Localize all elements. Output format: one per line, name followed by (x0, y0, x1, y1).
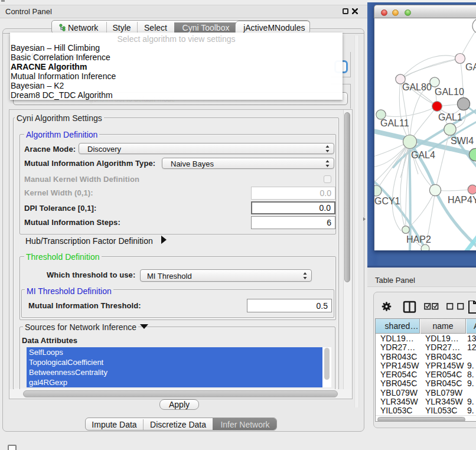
svg-text:GAL4: GAL4 (411, 150, 435, 160)
svg-text:GAL1: GAL1 (438, 112, 462, 122)
svg-text:GAL80: GAL80 (402, 82, 432, 92)
svg-text:Y: Y (472, 195, 476, 205)
svg-text:GCY1: GCY1 (374, 196, 400, 206)
svg-text:HAP4: HAP4 (448, 195, 472, 205)
svg-text:GAL2: GAL2 (465, 62, 476, 72)
svg-text:GAL11: GAL11 (380, 118, 409, 128)
svg-text:HAP2: HAP2 (406, 234, 431, 244)
svg-text:GAL10: GAL10 (435, 87, 464, 97)
svg-text:SWI4: SWI4 (451, 136, 474, 146)
